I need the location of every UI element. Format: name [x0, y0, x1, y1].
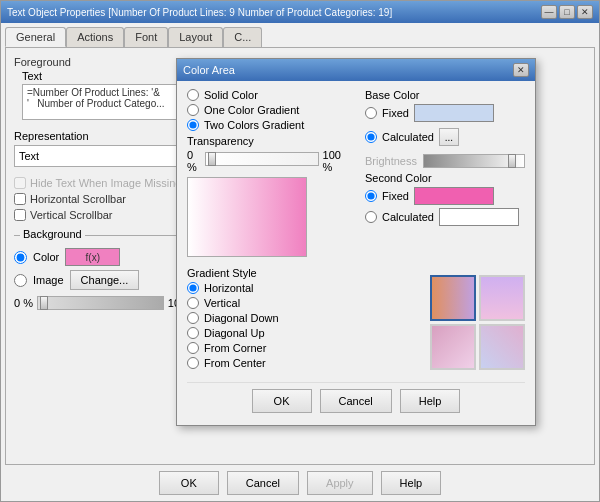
transparency-left-val: 0 %	[14, 297, 33, 309]
image-radio[interactable]	[14, 274, 27, 287]
cd-transp-slider[interactable]	[205, 152, 319, 166]
gs-diagdown-radio[interactable]	[187, 312, 199, 324]
second-calculated-row: Calculated	[365, 208, 525, 226]
solid-color-radio[interactable]	[187, 89, 199, 101]
color-dialog-body: Solid Color One Color Gradient Two Color…	[177, 81, 535, 425]
second-color-swatch[interactable]	[414, 187, 494, 205]
vscroll-checkbox[interactable]	[14, 209, 26, 221]
tab-layout[interactable]: Layout	[168, 27, 223, 47]
minimize-button[interactable]: —	[541, 5, 557, 19]
gs-horizontal-label: Horizontal	[204, 282, 254, 294]
color-ok-button[interactable]: OK	[252, 389, 312, 413]
base-fixed-radio[interactable]	[365, 107, 377, 119]
gs-fromcorner-row: From Corner	[187, 342, 420, 354]
one-color-row: One Color Gradient	[187, 104, 345, 116]
image-row: Image Change...	[14, 270, 199, 290]
second-color-section: Second Color Fixed Calculated	[365, 172, 525, 226]
window-title: Text Object Properties [Number Of Produc…	[7, 7, 392, 18]
representation-select[interactable]: Text	[14, 145, 199, 167]
change-button[interactable]: Change...	[70, 270, 140, 290]
image-label: Image	[33, 274, 64, 286]
gradient-options: Horizontal Vertical Diagonal Down	[187, 282, 420, 369]
gs-fromcenter-label: From Center	[204, 357, 266, 369]
cd-top-row: Solid Color One Color Gradient Two Color…	[187, 89, 525, 257]
two-color-label: Two Colors Gradient	[204, 119, 304, 131]
hide-text-checkbox[interactable]	[14, 177, 26, 189]
foreground-section: Foreground Text =Number Of Product Lines…	[14, 56, 199, 120]
title-bar: Text Object Properties [Number Of Produc…	[1, 1, 599, 23]
color-type-section: Solid Color One Color Gradient Two Color…	[187, 89, 345, 257]
color-help-button[interactable]: Help	[400, 389, 461, 413]
hide-text-label: Hide Text When Image Missing	[30, 177, 181, 189]
main-ok-button[interactable]: OK	[159, 471, 219, 495]
base-fixed-label: Fixed	[382, 107, 409, 119]
gradient-thumbnails	[430, 275, 525, 370]
main-cancel-button[interactable]: Cancel	[227, 471, 299, 495]
gs-horizontal-radio[interactable]	[187, 282, 199, 294]
two-color-radio[interactable]	[187, 119, 199, 131]
hscroll-row: Horizontal Scrollbar	[14, 193, 199, 205]
grad-thumb-horizontal[interactable]	[430, 275, 476, 321]
gs-diagup-label: Diagonal Up	[204, 327, 265, 339]
color-label: Color	[33, 251, 59, 263]
gs-fromcorner-radio[interactable]	[187, 342, 199, 354]
solid-color-row: Solid Color	[187, 89, 345, 101]
maximize-button[interactable]: □	[559, 5, 575, 19]
main-help-button[interactable]: Help	[381, 471, 442, 495]
tab-font[interactable]: Font	[124, 27, 168, 47]
cd-transp-thumb	[208, 152, 216, 166]
second-calculated-swatch	[439, 208, 519, 226]
base-calculated-ellipsis[interactable]: ...	[439, 128, 459, 146]
one-color-radio[interactable]	[187, 104, 199, 116]
bottom-buttons: OK Cancel Apply Help	[5, 465, 595, 497]
one-color-label: One Color Gradient	[204, 104, 299, 116]
second-calculated-radio[interactable]	[365, 211, 377, 223]
color-radio[interactable]	[14, 251, 27, 264]
base-calculated-label: Calculated	[382, 131, 434, 143]
color-row: Color f(x)	[14, 248, 199, 266]
grad-thumb-diagdown[interactable]	[430, 324, 476, 370]
tab-actions[interactable]: Actions	[66, 27, 124, 47]
title-bar-buttons: — □ ✕	[541, 5, 593, 19]
cd-transp-right: 100 %	[323, 149, 345, 173]
tab-row: General Actions Font Layout C...	[5, 27, 595, 47]
second-calculated-label: Calculated	[382, 211, 434, 223]
text-value: =Number Of Product Lines: '& ' Number of…	[22, 84, 199, 120]
color-button[interactable]: f(x)	[65, 248, 120, 266]
second-fixed-label: Fixed	[382, 190, 409, 202]
window-content: General Actions Font Layout C... Foregro…	[1, 23, 599, 501]
gs-vertical-radio[interactable]	[187, 297, 199, 309]
gradient-style-row: Gradient Style Horizontal Vertical	[187, 263, 525, 372]
gs-diagdown-row: Diagonal Down	[187, 312, 420, 324]
cd-transparency-section: Transparency 0 % 100 %	[187, 135, 345, 173]
representation-label: Representation	[14, 130, 199, 142]
grad-thumb-diagup[interactable]	[479, 324, 525, 370]
base-color-label: Base Color	[365, 89, 525, 101]
gradient-preview	[187, 177, 307, 257]
background-section: Background Color f(x)	[14, 231, 199, 310]
hscroll-checkbox[interactable]	[14, 193, 26, 205]
gs-diagup-radio[interactable]	[187, 327, 199, 339]
brightness-thumb	[508, 154, 516, 168]
base-calculated-radio[interactable]	[365, 131, 377, 143]
grad-thumb-vertical[interactable]	[479, 275, 525, 321]
base-color-swatch[interactable]	[414, 104, 494, 122]
color-dialog-close[interactable]: ✕	[513, 63, 529, 77]
gs-diagup-row: Diagonal Up	[187, 327, 420, 339]
outer-window: Text Object Properties [Number Of Produc…	[0, 0, 600, 502]
second-fixed-radio[interactable]	[365, 190, 377, 202]
gs-fromcenter-radio[interactable]	[187, 357, 199, 369]
background-label: Background	[20, 228, 85, 240]
color-cancel-button[interactable]: Cancel	[320, 389, 392, 413]
transparency-slider[interactable]	[37, 296, 164, 310]
brightness-slider[interactable]	[423, 154, 525, 168]
properties-layout: Foreground Text =Number Of Product Lines…	[14, 56, 586, 456]
transparency-thumb	[40, 296, 48, 310]
main-apply-button[interactable]: Apply	[307, 471, 373, 495]
tab-extra[interactable]: C...	[223, 27, 262, 47]
gs-diagdown-label: Diagonal Down	[204, 312, 279, 324]
gs-fromcenter-row: From Center	[187, 357, 420, 369]
brightness-row: Brightness	[365, 154, 525, 168]
close-button[interactable]: ✕	[577, 5, 593, 19]
tab-general[interactable]: General	[5, 27, 66, 47]
